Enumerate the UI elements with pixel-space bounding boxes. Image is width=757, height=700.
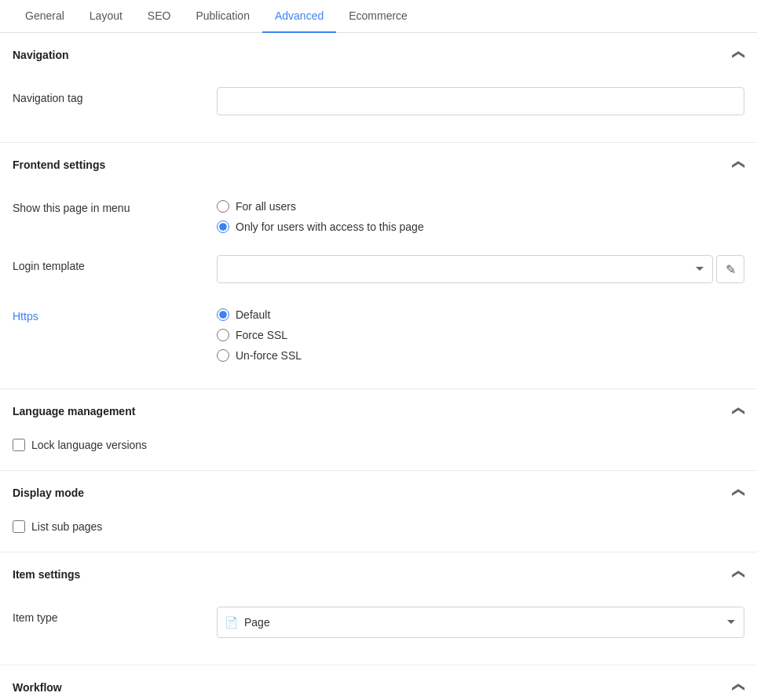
item-settings-section: Item settings ❮ Item type 📄 Page Link Gr… (0, 552, 757, 665)
list-sub-pages-option[interactable]: List sub pages (13, 517, 744, 533)
frontend-section-title: Frontend settings (13, 159, 105, 171)
login-template-control: ✎ (217, 255, 744, 283)
navigation-tag-input[interactable] (217, 87, 744, 115)
workflow-chevron-icon: ❮ (732, 682, 747, 692)
lock-language-option[interactable]: Lock language versions (13, 436, 744, 451)
display-section-header[interactable]: Display mode ❮ (0, 471, 757, 514)
show-menu-control: For all users Only for users with access… (217, 197, 744, 233)
tab-ecommerce[interactable]: Ecommerce (336, 0, 420, 33)
https-label: Https (13, 305, 217, 323)
lock-language-checkbox[interactable] (13, 439, 25, 451)
language-section-header[interactable]: Language management ❮ (0, 389, 757, 432)
lock-language-label: Lock language versions (31, 439, 147, 451)
radio-option-access-users[interactable]: Only for users with access to this page (217, 221, 744, 233)
tab-seo[interactable]: SEO (135, 0, 184, 33)
language-chevron-icon: ❮ (732, 406, 747, 416)
radio-access-users-label: Only for users with access to this page (236, 221, 424, 233)
workflow-section-title: Workflow (13, 681, 62, 694)
item-type-control: 📄 Page Link Group (217, 607, 744, 638)
radio-access-users[interactable] (217, 221, 229, 233)
show-menu-label: Show this page in menu (13, 197, 217, 214)
frontend-section-header[interactable]: Frontend settings ❮ (0, 143, 757, 186)
navigation-section-header[interactable]: Navigation ❮ (0, 33, 757, 76)
radio-force-ssl-label: Force SSL (236, 329, 287, 341)
radio-all-users-label: For all users (236, 200, 296, 213)
workflow-section: Workflow ❮ Select workflow Nothing selec… (0, 665, 757, 700)
radio-option-default[interactable]: Default (217, 308, 744, 321)
item-settings-section-title: Item settings (13, 568, 80, 581)
tab-bar: General Layout SEO Publication Advanced … (0, 0, 757, 33)
login-template-edit-button[interactable]: ✎ (716, 255, 744, 283)
radio-force-ssl[interactable] (217, 329, 229, 341)
language-section: Language management ❮ Lock language vers… (0, 389, 757, 471)
login-template-row: Login template ✎ (13, 247, 744, 291)
navigation-tag-control (217, 87, 744, 115)
tab-layout[interactable]: Layout (77, 0, 135, 33)
tab-general[interactable]: General (13, 0, 77, 33)
navigation-section: Navigation ❮ Navigation tag (0, 33, 757, 143)
item-type-label: Item type (13, 607, 217, 624)
navigation-tag-row: Navigation tag (13, 79, 744, 123)
display-section-body: List sub pages (0, 514, 757, 552)
login-template-select-group: ✎ (217, 255, 744, 283)
navigation-section-title: Navigation (13, 49, 69, 61)
item-settings-section-body: Item type 📄 Page Link Group (0, 596, 757, 665)
edit-icon: ✎ (726, 262, 736, 277)
navigation-tag-label: Navigation tag (13, 87, 217, 104)
login-template-select[interactable] (217, 255, 713, 283)
radio-all-users[interactable] (217, 200, 229, 213)
show-menu-row: Show this page in menu For all users Onl… (13, 189, 744, 241)
language-section-body: Lock language versions (0, 432, 757, 470)
tab-advanced[interactable]: Advanced (262, 0, 336, 33)
navigation-section-body: Navigation tag (0, 76, 757, 142)
workflow-section-header[interactable]: Workflow ❮ (0, 665, 757, 700)
radio-unforce-ssl[interactable] (217, 349, 229, 362)
https-row: Https Default Force SSL Un-force SSL (13, 297, 744, 370)
item-settings-chevron-icon: ❮ (732, 569, 747, 579)
frontend-section-body: Show this page in menu For all users Onl… (0, 186, 757, 388)
radio-option-force-ssl[interactable]: Force SSL (217, 329, 744, 341)
https-radio-group: Default Force SSL Un-force SSL (217, 305, 744, 362)
list-sub-pages-label: List sub pages (31, 520, 102, 533)
display-section-title: Display mode (13, 487, 84, 499)
navigation-chevron-icon: ❮ (732, 49, 747, 60)
display-chevron-icon: ❮ (732, 487, 747, 498)
radio-default-label: Default (236, 308, 270, 321)
radio-unforce-ssl-label: Un-force SSL (236, 349, 302, 362)
list-sub-pages-checkbox[interactable] (13, 520, 25, 533)
https-control: Default Force SSL Un-force SSL (217, 305, 744, 362)
item-settings-section-header[interactable]: Item settings ❮ (0, 552, 757, 596)
language-section-title: Language management (13, 405, 135, 417)
item-type-row: Item type 📄 Page Link Group (13, 599, 744, 646)
show-menu-radio-group: For all users Only for users with access… (217, 197, 744, 233)
radio-default[interactable] (217, 308, 229, 321)
radio-option-all-users[interactable]: For all users (217, 200, 744, 213)
frontend-section: Frontend settings ❮ Show this page in me… (0, 143, 757, 389)
item-type-wrapper: 📄 Page Link Group (217, 607, 744, 638)
frontend-chevron-icon: ❮ (732, 159, 747, 170)
tab-publication[interactable]: Publication (183, 0, 262, 33)
radio-option-unforce-ssl[interactable]: Un-force SSL (217, 349, 744, 362)
display-section: Display mode ❮ List sub pages (0, 471, 757, 552)
item-type-select[interactable]: Page Link Group (217, 607, 744, 638)
login-template-label: Login template (13, 255, 217, 272)
https-link[interactable]: Https (13, 310, 38, 323)
